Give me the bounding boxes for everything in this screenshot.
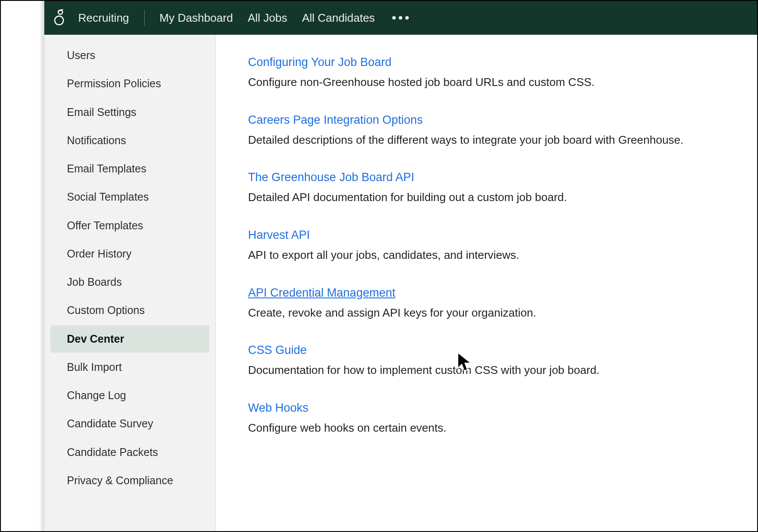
- content-link-web-hooks[interactable]: Web Hooks: [248, 401, 308, 415]
- sidebar: UsersPermission PoliciesEmail SettingsNo…: [44, 35, 216, 531]
- nav-all-jobs[interactable]: All Jobs: [248, 11, 287, 25]
- content-description: Create, revoke and assign API keys for y…: [248, 305, 731, 321]
- content-link-harvest-api[interactable]: Harvest API: [248, 228, 310, 242]
- sidebar-item-offer-templates[interactable]: Offer Templates: [50, 212, 209, 239]
- sidebar-item-permission-policies[interactable]: Permission Policies: [50, 70, 209, 97]
- left-gutter: [1, 1, 44, 531]
- sidebar-item-job-boards[interactable]: Job Boards: [50, 268, 209, 296]
- sidebar-item-social-templates[interactable]: Social Templates: [50, 183, 209, 211]
- svg-point-2: [55, 16, 63, 25]
- content-link-careers-page-integration-options[interactable]: Careers Page Integration Options: [248, 113, 423, 127]
- content-block: CSS GuideDocumentation for how to implem…: [248, 344, 731, 379]
- content-description: API to export all your jobs, candidates,…: [248, 247, 731, 264]
- sidebar-item-privacy-compliance[interactable]: Privacy & Compliance: [50, 467, 209, 494]
- sidebar-item-change-log[interactable]: Change Log: [50, 382, 209, 409]
- content-block: Harvest APIAPI to export all your jobs, …: [248, 228, 731, 264]
- nav-more-icon[interactable]: [390, 16, 409, 20]
- sidebar-item-notifications[interactable]: Notifications: [50, 127, 209, 154]
- top-nav: Recruiting My Dashboard All Jobs All Can…: [44, 1, 757, 35]
- content-block: The Greenhouse Job Board APIDetailed API…: [248, 171, 731, 206]
- sidebar-item-candidate-survey[interactable]: Candidate Survey: [50, 410, 209, 437]
- content-description: Configure non-Greenhouse hosted job boar…: [248, 74, 731, 91]
- content-description: Detailed API documentation for building …: [248, 189, 731, 206]
- content-link-the-greenhouse-job-board-api[interactable]: The Greenhouse Job Board API: [248, 171, 414, 184]
- content-description: Configure web hooks on certain events.: [248, 420, 731, 436]
- content-block: Careers Page Integration OptionsDetailed…: [248, 113, 731, 149]
- content-link-css-guide[interactable]: CSS Guide: [248, 344, 307, 357]
- sidebar-item-bulk-import[interactable]: Bulk Import: [50, 354, 209, 381]
- content-link-api-credential-management[interactable]: API Credential Management: [248, 286, 395, 300]
- content-block: Configuring Your Job BoardConfigure non-…: [248, 56, 731, 91]
- main-content: Configuring Your Job BoardConfigure non-…: [216, 35, 757, 531]
- sidebar-item-order-history[interactable]: Order History: [50, 240, 209, 268]
- content-link-configuring-your-job-board[interactable]: Configuring Your Job Board: [248, 56, 391, 69]
- content-block: Web HooksConfigure web hooks on certain …: [248, 401, 731, 436]
- nav-all-candidates[interactable]: All Candidates: [302, 11, 375, 25]
- sidebar-item-custom-options[interactable]: Custom Options: [50, 297, 209, 324]
- content-description: Documentation for how to implement custo…: [248, 362, 731, 379]
- greenhouse-logo-icon[interactable]: [52, 9, 66, 26]
- content-block: API Credential ManagementCreate, revoke …: [248, 286, 731, 321]
- brand-label[interactable]: Recruiting: [78, 11, 129, 25]
- sidebar-item-users[interactable]: Users: [50, 42, 209, 69]
- content-description: Detailed descriptions of the different w…: [248, 132, 731, 149]
- sidebar-item-candidate-packets[interactable]: Candidate Packets: [50, 439, 209, 466]
- sidebar-item-email-settings[interactable]: Email Settings: [50, 99, 209, 126]
- sidebar-item-email-templates[interactable]: Email Templates: [50, 155, 209, 182]
- nav-my-dashboard[interactable]: My Dashboard: [159, 11, 233, 25]
- sidebar-item-dev-center[interactable]: Dev Center: [50, 325, 209, 353]
